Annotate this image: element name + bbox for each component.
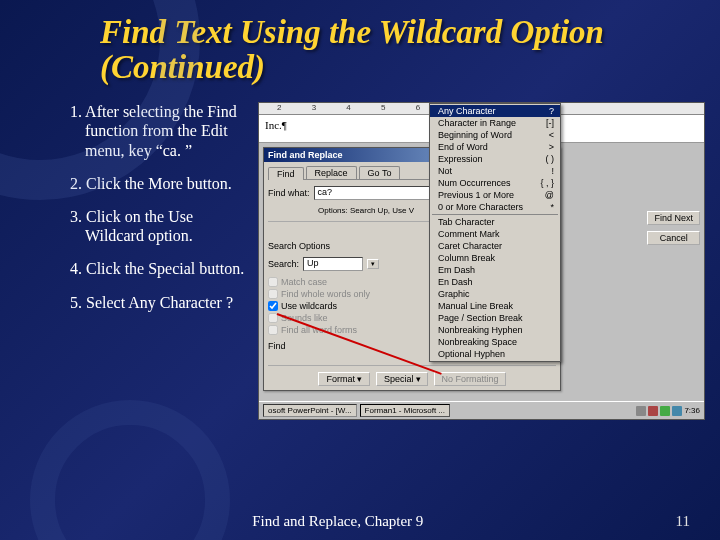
taskbar-app-powerpoint[interactable]: osoft PowerPoint - [W... [263, 404, 357, 417]
tab-replace[interactable]: Replace [306, 166, 357, 179]
tray-icon[interactable] [648, 406, 658, 416]
menu-begin-word[interactable]: Beginning of Word< [430, 129, 560, 141]
search-label: Search: [268, 259, 299, 269]
special-context-menu: Any Character? Character in Range[-] Beg… [429, 103, 561, 362]
search-direction-dropdown-icon[interactable]: ▾ [367, 259, 379, 269]
instruction-item: 2. Click the More button. [70, 174, 250, 193]
tab-goto[interactable]: Go To [359, 166, 401, 179]
menu-comment-mark[interactable]: Comment Mark [430, 228, 560, 240]
special-button[interactable]: Special ▾ [376, 372, 428, 386]
tray-icon[interactable] [660, 406, 670, 416]
app-screenshot: 2 3 4 5 6 Inc.¶ Find and Replace ? ✕ Fin… [258, 102, 705, 420]
slide-title: Find Text Using the Wildcard Option (Con… [0, 0, 720, 94]
menu-em-dash[interactable]: Em Dash [430, 264, 560, 276]
slide-footer: Find and Replace, Chapter 9 11 [0, 513, 720, 530]
tray-icon[interactable] [672, 406, 682, 416]
menu-caret-char[interactable]: Caret Character [430, 240, 560, 252]
instruction-item: 3. Click on the Use Wildcard option. [70, 207, 250, 245]
no-formatting-button[interactable]: No Formatting [434, 372, 505, 386]
taskbar-clock: 7:36 [684, 406, 700, 415]
menu-column-break[interactable]: Column Break [430, 252, 560, 264]
tab-find[interactable]: Find [268, 167, 304, 180]
cancel-button[interactable]: Cancel [647, 231, 700, 245]
options-label: Options: [318, 206, 348, 215]
footer-page-number: 11 [676, 513, 690, 530]
menu-page-section-break[interactable]: Page / Section Break [430, 312, 560, 324]
menu-manual-line-break[interactable]: Manual Line Break [430, 300, 560, 312]
menu-zero-more[interactable]: 0 or More Characters* [430, 201, 560, 213]
menu-not[interactable]: Not! [430, 165, 560, 177]
instruction-item: 4. Click the Special button. [70, 259, 250, 278]
use-wildcards-checkbox[interactable] [268, 301, 278, 311]
menu-en-dash[interactable]: En Dash [430, 276, 560, 288]
menu-tab-char[interactable]: Tab Character [430, 216, 560, 228]
find-next-button[interactable]: Find Next [647, 211, 700, 225]
footer-chapter: Find and Replace, Chapter 9 [252, 513, 423, 530]
menu-end-word[interactable]: End of Word> [430, 141, 560, 153]
search-direction-select[interactable]: Up [303, 257, 363, 271]
menu-graphic[interactable]: Graphic [430, 288, 560, 300]
format-button[interactable]: Format ▾ [318, 372, 370, 386]
taskbar-app-word[interactable]: Forman1 - Microsoft ... [360, 404, 450, 417]
dialog-title: Find and Replace [268, 150, 343, 160]
menu-optional-hyphen[interactable]: Optional Hyphen [430, 348, 560, 360]
instruction-list: 1. After selecting the Find function fro… [70, 102, 250, 420]
menu-any-character[interactable]: Any Character? [430, 105, 560, 117]
word-forms-checkbox[interactable] [268, 325, 278, 335]
whole-words-label: Find whole words only [281, 289, 370, 299]
menu-num-occurrences[interactable]: Num Occurrences{ , } [430, 177, 560, 189]
menu-nonbreaking-hyphen[interactable]: Nonbreaking Hyphen [430, 324, 560, 336]
match-case-checkbox[interactable] [268, 277, 278, 287]
menu-char-in-range[interactable]: Character in Range[-] [430, 117, 560, 129]
options-value: Search Up, Use V [350, 206, 414, 215]
whole-words-checkbox[interactable] [268, 289, 278, 299]
menu-expression[interactable]: Expression( ) [430, 153, 560, 165]
find-what-label: Find what: [268, 188, 310, 198]
taskbar: osoft PowerPoint - [W... Forman1 - Micro… [259, 401, 704, 419]
menu-prev-1-more[interactable]: Previous 1 or More@ [430, 189, 560, 201]
match-case-label: Match case [281, 277, 327, 287]
instruction-item: 1. After selecting the Find function fro… [70, 102, 250, 160]
use-wildcards-label: Use wildcards [281, 301, 337, 311]
tray-icon[interactable] [636, 406, 646, 416]
instruction-item: 5. Select Any Character ? [70, 293, 250, 312]
menu-nonbreaking-space[interactable]: Nonbreaking Space [430, 336, 560, 348]
